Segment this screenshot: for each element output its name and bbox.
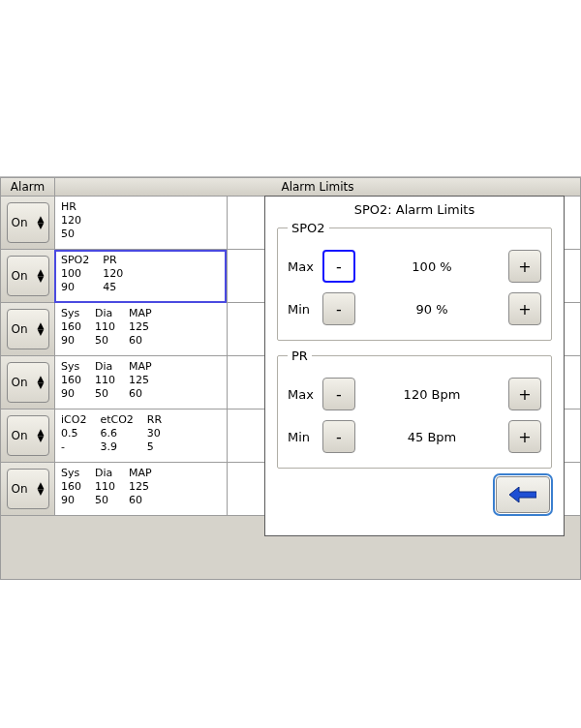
param-column: Sys16090 [61, 467, 81, 507]
limit-group-legend: PR [288, 349, 312, 363]
alarm-toggle-cell: On▲▼ [0, 197, 54, 250]
alarm-on-stepper[interactable]: On▲▼ [7, 415, 49, 456]
alarm-limits-cell[interactable]: HR12050 [54, 197, 227, 250]
param-column: MAP12560 [129, 360, 152, 401]
updown-icon: ▲▼ [38, 216, 45, 229]
increment-button[interactable]: + [508, 292, 541, 325]
param-low: 60 [129, 334, 152, 348]
param-low: 90 [61, 334, 81, 348]
param-name: MAP [129, 467, 152, 480]
alarm-on-stepper[interactable]: On▲▼ [7, 256, 49, 296]
arrow-left-icon [509, 487, 536, 502]
param-low: - [61, 440, 86, 454]
param-column: RR305 [147, 413, 162, 454]
param-low: 45 [103, 281, 123, 294]
param-name: SPO2 [61, 254, 89, 267]
alarm-toggle-cell: On▲▼ [0, 250, 54, 303]
limit-value: 120 Bpm [355, 387, 508, 402]
alarm-limits-cell[interactable]: Sys16090Dia11050MAP12560 [54, 463, 227, 516]
param-name: Dia [95, 360, 115, 374]
param-name: iCO2 [61, 413, 86, 427]
alarm-limits-cell[interactable]: Sys16090Dia11050MAP12560 [54, 356, 227, 410]
param-low: 90 [61, 387, 81, 401]
decrement-button[interactable]: - [322, 378, 355, 410]
param-high: 30 [147, 427, 162, 440]
param-low: 50 [61, 228, 81, 241]
alarm-on-label: On [12, 269, 38, 283]
param-low: 90 [61, 281, 89, 294]
column-header-limits: Alarm Limits [54, 177, 581, 197]
param-low: 60 [129, 494, 152, 507]
param-name: RR [147, 413, 162, 427]
param-column: Sys16090 [61, 307, 81, 348]
param-low: 50 [95, 387, 115, 401]
param-low: 50 [95, 494, 115, 507]
param-high: 125 [129, 320, 152, 334]
param-high: 120 [103, 267, 123, 281]
alarm-on-label: On [12, 482, 38, 496]
param-low: 90 [61, 494, 81, 507]
updown-icon: ▲▼ [38, 482, 45, 496]
param-high: 0.5 [61, 427, 86, 440]
increment-button[interactable]: + [508, 420, 541, 453]
decrement-button[interactable]: - [322, 420, 355, 453]
limit-row: Min-90 %+ [288, 288, 541, 330]
alarm-on-stepper[interactable]: On▲▼ [7, 362, 49, 403]
param-high: 120 [61, 214, 81, 228]
param-low: 60 [129, 387, 152, 401]
decrement-button[interactable]: - [322, 250, 355, 283]
limit-row: Max-100 %+ [288, 245, 541, 288]
param-column: SPO210090 [61, 254, 89, 294]
param-low: 3.9 [100, 440, 133, 454]
param-name: MAP [129, 360, 152, 374]
param-low: 5 [147, 440, 162, 454]
alarm-on-label: On [12, 216, 38, 229]
param-name: Sys [61, 467, 81, 480]
limit-label: Max [288, 387, 322, 402]
param-column: MAP12560 [129, 307, 152, 348]
alarm-toggle-cell: On▲▼ [0, 410, 54, 463]
param-column: PR12045 [103, 254, 123, 294]
param-name: HR [61, 200, 81, 214]
param-column: Dia11050 [95, 467, 115, 507]
alarm-on-label: On [12, 429, 38, 442]
param-name: Sys [61, 307, 81, 320]
limit-label: Min [288, 302, 322, 317]
param-name: Dia [95, 307, 115, 320]
limit-label: Min [288, 430, 322, 444]
alarm-limits-cell[interactable]: SPO210090PR12045 [54, 250, 227, 303]
limit-value: 100 % [355, 259, 508, 274]
limit-group-legend: SPO2 [288, 221, 329, 235]
param-high: 160 [61, 480, 81, 494]
updown-icon: ▲▼ [38, 269, 45, 283]
param-column: Dia11050 [95, 360, 115, 401]
limit-row: Min-45 Bpm+ [288, 415, 541, 458]
param-high: 110 [95, 480, 115, 494]
increment-button[interactable]: + [508, 250, 541, 283]
param-high: 125 [129, 480, 152, 494]
param-column: MAP12560 [129, 467, 152, 507]
param-high: 100 [61, 267, 89, 281]
alarm-on-stepper[interactable]: On▲▼ [7, 202, 49, 243]
param-high: 160 [61, 374, 81, 387]
limit-label: Max [288, 259, 322, 274]
limit-value: 45 Bpm [355, 430, 508, 444]
back-button[interactable] [496, 476, 550, 513]
param-high: 125 [129, 374, 152, 387]
dialog-title: SPO2: Alarm Limits [277, 202, 552, 217]
limit-value: 90 % [355, 302, 508, 317]
updown-icon: ▲▼ [38, 322, 45, 336]
param-high: 160 [61, 320, 81, 334]
alarm-limits-dialog: SPO2: Alarm Limits SPO2Max-100 %+Min-90 … [264, 196, 565, 536]
alarm-toggle-cell: On▲▼ [0, 463, 54, 516]
alarm-limits-cell[interactable]: iCO20.5-etCO26.63.9RR305 [54, 410, 227, 463]
param-column: Dia11050 [95, 307, 115, 348]
alarm-on-stepper[interactable]: On▲▼ [7, 309, 49, 349]
param-name: Dia [95, 467, 115, 480]
alarm-limits-cell[interactable]: Sys16090Dia11050MAP12560 [54, 303, 227, 356]
alarm-on-stepper[interactable]: On▲▼ [7, 469, 49, 509]
increment-button[interactable]: + [508, 378, 541, 410]
alarm-toggle-cell: On▲▼ [0, 303, 54, 356]
param-high: 110 [95, 374, 115, 387]
decrement-button[interactable]: - [322, 292, 355, 325]
